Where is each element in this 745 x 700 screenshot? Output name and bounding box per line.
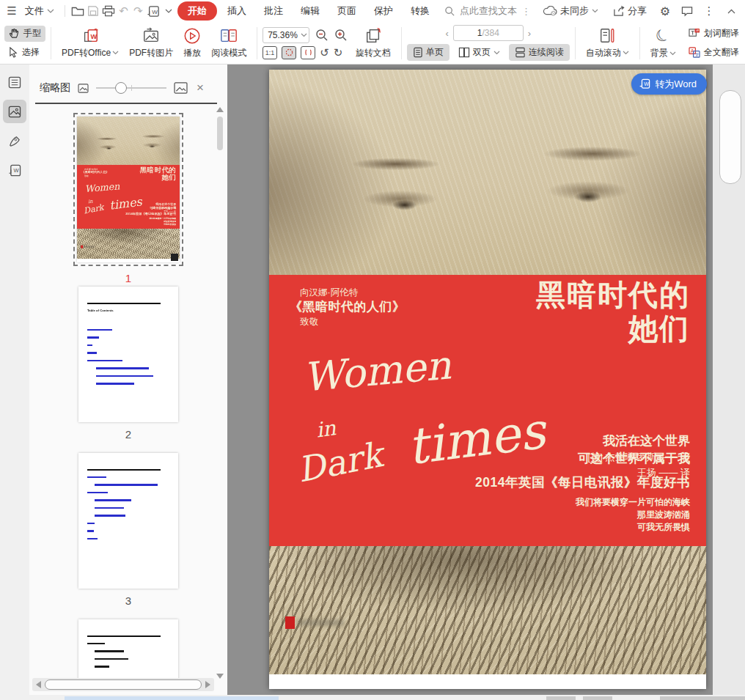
scroll-up-arrow[interactable]: [216, 107, 224, 112]
pdf-to-office-button[interactable]: W PDF转Office: [56, 23, 124, 63]
publisher-seal: [285, 616, 295, 629]
sidebar-vertical-scrollbar[interactable]: [216, 107, 224, 679]
mini-cover-corner-mark: [171, 254, 178, 261]
background-button[interactable]: ☾ 背景: [645, 23, 681, 63]
pdf-to-image-icon: [142, 27, 161, 45]
tab-edit[interactable]: 编辑: [293, 1, 327, 21]
toolbar-more-chevron-icon[interactable]: [163, 3, 175, 19]
continuous-read-button[interactable]: 连续阅读: [509, 44, 570, 61]
scroll-down-arrow[interactable]: [216, 674, 224, 679]
pdf-to-image-button[interactable]: PDF转图片: [124, 23, 178, 63]
tab-insert[interactable]: 插入: [220, 1, 254, 21]
prev-page-button[interactable]: ‹: [441, 28, 452, 39]
thumbnail-panel-header: 缩略图 ×: [29, 75, 227, 101]
zoom-level-select[interactable]: 75.36%: [263, 27, 309, 43]
select-tool-button[interactable]: 选择: [4, 45, 45, 61]
scroll-right-arrow[interactable]: [205, 681, 210, 688]
play-button[interactable]: 播放: [178, 23, 206, 63]
print-icon[interactable]: [102, 3, 115, 19]
collapse-ribbon-icon[interactable]: [723, 3, 739, 19]
rotate-cw-icon[interactable]: ↻: [334, 46, 343, 59]
close-panel-icon[interactable]: ×: [197, 81, 204, 95]
word-translate-icon: 译: [689, 28, 700, 39]
cover-title-line-1: 黑暗时代的: [536, 278, 690, 312]
publisher-name-faint: [297, 619, 344, 626]
slider-knob[interactable]: [115, 82, 127, 94]
full-translate-icon: A文: [689, 47, 700, 58]
document-vscroll-thumb[interactable]: [719, 90, 741, 184]
thumbnail-page-4: [78, 619, 178, 681]
single-page-button[interactable]: 单页: [407, 44, 449, 61]
mini-cover-photo-bottom: [77, 229, 180, 259]
fit-page-button[interactable]: [282, 46, 296, 59]
zoom-out-icon[interactable]: [315, 29, 329, 42]
thumbnail-item-2[interactable]: Table of Contents 2: [78, 287, 178, 441]
play-icon: [183, 27, 201, 45]
hand-icon: [9, 28, 20, 39]
document-vertical-scrollbar[interactable]: [713, 65, 745, 696]
undo-icon[interactable]: ↶: [118, 3, 130, 19]
tab-protect[interactable]: 保护: [367, 1, 400, 21]
double-page-button[interactable]: 双页: [452, 44, 506, 61]
actual-size-button[interactable]: 1:1: [263, 46, 277, 59]
tab-home[interactable]: 开始: [177, 1, 217, 21]
svg-text:W: W: [14, 167, 20, 174]
share-icon: [613, 6, 625, 17]
statusbar-segment: [546, 696, 576, 700]
fit-width-button[interactable]: [301, 46, 315, 59]
tab-page[interactable]: 页面: [330, 1, 364, 21]
save-icon[interactable]: [87, 3, 99, 19]
thumbnail-page-number: 3: [78, 594, 178, 607]
share-button[interactable]: 分享: [609, 2, 651, 20]
thumbnail-panel-icon[interactable]: [3, 100, 26, 123]
thumbnail-larger-icon[interactable]: [174, 82, 188, 94]
tab-comment[interactable]: 批注: [257, 1, 290, 21]
thumbnail-size-slider[interactable]: [96, 87, 166, 89]
tab-convert[interactable]: 转换: [403, 1, 437, 21]
hamburger-menu-icon[interactable]: ☰: [6, 3, 18, 19]
share-label: 分享: [628, 4, 647, 18]
rotate-ccw-icon[interactable]: ↺: [320, 46, 329, 59]
feedback-comment-icon[interactable]: [679, 3, 695, 19]
read-mode-button[interactable]: 阅读模式: [206, 23, 252, 63]
rotate-document-button[interactable]: 旋转文档: [351, 23, 396, 63]
annotation-pen-icon[interactable]: [3, 129, 26, 152]
cover-script-times: times: [404, 402, 548, 476]
mini-cover: 向汉娜·阿伦特《黑暗时代的人们》致敬 黑暗时代的她们 Women in Dark…: [77, 117, 180, 262]
hand-tool-button[interactable]: 手型: [4, 26, 45, 42]
more-options-icon[interactable]: ⋮: [701, 3, 717, 19]
svg-text:W: W: [152, 8, 158, 15]
thumbnail-item-3[interactable]: 3: [78, 453, 178, 607]
file-menu[interactable]: 文件: [21, 2, 59, 20]
thumbnail-page-number: 2: [78, 428, 178, 441]
redo-icon[interactable]: ↷: [132, 3, 144, 19]
page-number-input[interactable]: 1/384: [453, 25, 524, 41]
thumbnail-item-1[interactable]: 向汉娜·阿伦特《黑暗时代的人们》致敬 黑暗时代的她们 Women in Dark…: [73, 113, 183, 284]
sidebar-vscroll-thumb[interactable]: [217, 117, 223, 150]
zoom-level-value: 75.36%: [268, 30, 298, 40]
sync-status-button[interactable]: 未同步: [538, 2, 603, 20]
sync-status-label: 未同步: [560, 4, 589, 18]
zoom-in-icon[interactable]: [334, 29, 348, 42]
scroll-left-arrow[interactable]: [36, 681, 41, 688]
mini-cover-photo-top: [77, 117, 180, 165]
settings-gear-icon[interactable]: ⚙: [657, 3, 673, 19]
sidebar-horizontal-scrollbar[interactable]: [32, 678, 214, 691]
convert-word-quick-icon[interactable]: W: [147, 3, 160, 19]
convert-to-word-button[interactable]: W 转为Word: [631, 73, 707, 95]
cover-quote-1: 我活在这个世界 可这个世界不属于我: [578, 432, 690, 468]
find-text-button[interactable]: 点此查找文本 ⋮: [440, 2, 535, 20]
cursor-icon: [9, 47, 18, 58]
divider: [639, 27, 640, 59]
auto-scroll-button[interactable]: 自动滚动: [581, 23, 634, 63]
next-page-button[interactable]: ›: [524, 28, 535, 39]
open-folder-icon[interactable]: [71, 3, 84, 19]
sidebar-hscroll-thumb[interactable]: [45, 679, 202, 690]
outline-panel-icon[interactable]: [3, 70, 26, 94]
word-translate-button[interactable]: 译 划词翻译: [684, 26, 744, 42]
full-translate-button[interactable]: A文 全文翻译: [684, 45, 744, 61]
convert-word-panel-icon[interactable]: W: [3, 158, 26, 182]
tribute-line-1: 向汉娜·阿伦特: [290, 285, 405, 300]
thumbnail-smaller-icon[interactable]: [78, 84, 89, 93]
thumbnail-item-4[interactable]: [78, 619, 178, 681]
